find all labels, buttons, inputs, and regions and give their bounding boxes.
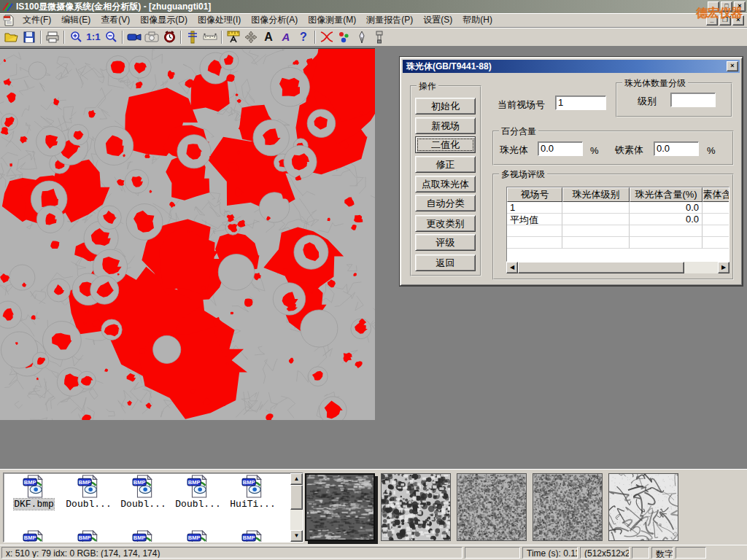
return-button[interactable]: 返回 [415, 254, 476, 271]
scroll-down-icon[interactable]: ▼ [290, 530, 303, 542]
file-browser[interactable]: BMP DKF.bmp BMP Doubl... [3, 472, 303, 542]
pen-tool-button[interactable] [353, 29, 371, 45]
file-item[interactable]: BMP [171, 530, 225, 542]
app-window: IS100显微摄像系统(金相分析版) - [zhuguangti01] _ □ … [0, 0, 747, 560]
cell-pearlite-pct: 0.0 [630, 214, 703, 225]
file-item[interactable]: BMP [7, 530, 61, 542]
dialog-close-icon[interactable]: × [727, 61, 738, 71]
scroll-thumb[interactable] [518, 262, 684, 273]
menu-image-process[interactable]: 图像处理(I) [193, 12, 246, 28]
timer-button[interactable] [160, 29, 178, 45]
dialog-title-bar[interactable]: 珠光体(GB/T9441-88) × [403, 60, 740, 73]
thumbnail-3[interactable] [457, 473, 527, 541]
zoom-in-button[interactable] [67, 29, 85, 45]
zoom-in-icon [70, 31, 82, 43]
toolbar: 1:1 [0, 28, 747, 47]
change-class-button[interactable]: 更改类别 [415, 215, 476, 232]
menu-image-display[interactable]: 图像显示(D) [135, 12, 193, 28]
cell-grade [562, 202, 630, 214]
new-field-button[interactable]: 新视场 [415, 117, 476, 134]
document-icon[interactable] [3, 15, 15, 26]
menu-image-measure[interactable]: 图像测量(M) [303, 12, 361, 28]
particle-analysis-button[interactable] [336, 29, 353, 45]
col-pearlite-grade: 珠光体级别 [562, 187, 630, 202]
menu-file[interactable]: 文件(F) [18, 12, 56, 28]
file-item[interactable]: BMP HuiTi... [225, 475, 280, 517]
current-field-input[interactable]: 1 [555, 96, 606, 110]
caliper-button[interactable] [184, 29, 201, 45]
file-name: Doubl... [120, 499, 166, 510]
menu-report[interactable]: 测量报告(P) [361, 12, 418, 28]
brush-tool-button[interactable] [371, 29, 388, 45]
measure-label-button[interactable] [225, 29, 242, 45]
thumbnail-4[interactable] [533, 473, 603, 541]
rating-table[interactable]: 视场号 珠光体级别 珠光体含量(%) 铁素体含量(%) 1 0.0 平均值 [506, 187, 729, 262]
micrograph-image[interactable] [0, 48, 375, 420]
file-item[interactable]: BMP [116, 530, 171, 542]
camera-button[interactable] [143, 29, 160, 45]
table-hscrollbar[interactable]: ◀ ▶ [506, 262, 729, 273]
grade-group-label: 珠光体数量分级 [622, 77, 688, 90]
video-capture-button[interactable] [125, 29, 143, 45]
letter-a-icon: A [264, 31, 273, 44]
svg-text:BMP: BMP [23, 479, 36, 486]
menu-edit[interactable]: 编辑(E) [56, 12, 96, 28]
bmp-file-icon: BMP [77, 530, 101, 542]
toolbar-separator [122, 31, 123, 44]
text-style-button[interactable]: A [277, 29, 295, 45]
file-item[interactable]: BMP [225, 530, 280, 542]
scroll-right-icon[interactable]: ▶ [718, 262, 729, 273]
scroll-left-icon[interactable]: ◀ [506, 262, 518, 273]
pearlite-percent-input[interactable]: 0.0 [538, 141, 583, 156]
scroll-up-icon[interactable]: ▲ [290, 473, 303, 485]
binarize-button[interactable]: 二值化 [415, 136, 476, 153]
file-item[interactable]: BMP [61, 530, 116, 542]
video-camera-icon [127, 32, 142, 42]
scroll-thumb[interactable] [290, 485, 303, 510]
help-button[interactable]: ? [295, 29, 312, 45]
col-pearlite-pct: 珠光体含量(%) [630, 187, 703, 202]
zoom-actual-button[interactable]: 1:1 [85, 29, 102, 45]
pearlite-dialog: 珠光体(GB/T9441-88) × 操作 初始化 新视场 二值化 修正 点取珠… [400, 57, 743, 286]
auto-classify-button[interactable]: 自动分类 [415, 195, 476, 211]
file-item[interactable]: BMP Doubl... [116, 475, 171, 517]
menu-settings[interactable]: 设置(S) [418, 12, 457, 28]
save-button[interactable] [20, 29, 38, 45]
file-name: HuiTi... [230, 499, 275, 510]
correct-button[interactable]: 修正 [415, 156, 476, 173]
ferrite-percent-input[interactable]: 0.0 [654, 141, 699, 156]
pearlite-label: 珠光体 [500, 144, 528, 157]
rate-button[interactable]: 评级 [415, 234, 476, 251]
table-row[interactable]: 1 0.0 [507, 202, 729, 214]
svg-text:BMP: BMP [187, 534, 200, 541]
toolbar-separator [221, 31, 222, 44]
text-button[interactable]: A [260, 29, 277, 45]
menu-view[interactable]: 查看(V) [96, 12, 135, 28]
file-item[interactable]: BMP Doubl... [61, 475, 116, 517]
svg-text:BMP: BMP [78, 479, 90, 486]
file-item[interactable]: BMP Doubl... [171, 475, 225, 517]
question-icon: ? [300, 31, 307, 44]
init-button[interactable]: 初始化 [415, 98, 476, 114]
status-bar: x: 510 y: 79 idx: 0 RGB: (174, 174, 174)… [0, 545, 747, 560]
zoom-out-button[interactable] [102, 29, 120, 45]
file-vscrollbar[interactable]: ▲ ▼ [290, 473, 303, 542]
thumbnail-2[interactable] [381, 473, 451, 541]
ruler-button[interactable] [201, 29, 219, 45]
multifield-group-label: 多视场评级 [499, 168, 547, 181]
curve-tool-button[interactable] [318, 29, 336, 45]
bottom-panel: BMP DKF.bmp BMP Doubl... [0, 469, 747, 545]
move-button[interactable] [242, 29, 260, 45]
open-button[interactable] [3, 29, 20, 45]
pick-pearlite-button[interactable]: 点取珠光体 [415, 176, 476, 192]
grade-input[interactable] [670, 93, 716, 107]
menu-help[interactable]: 帮助(H) [457, 12, 498, 28]
thumbnail-1[interactable] [305, 473, 375, 541]
print-button[interactable] [44, 29, 61, 45]
file-item[interactable]: BMP DKF.bmp [7, 475, 61, 517]
cell-ferrite-pct [703, 202, 729, 214]
menu-image-analysis[interactable]: 图像分析(A) [246, 12, 303, 28]
window-title: IS100显微摄像系统(金相分析版) - [zhuguangti01] [16, 1, 211, 13]
thumbnail-5[interactable] [608, 473, 678, 541]
table-row[interactable]: 平均值 0.0 [507, 214, 729, 225]
